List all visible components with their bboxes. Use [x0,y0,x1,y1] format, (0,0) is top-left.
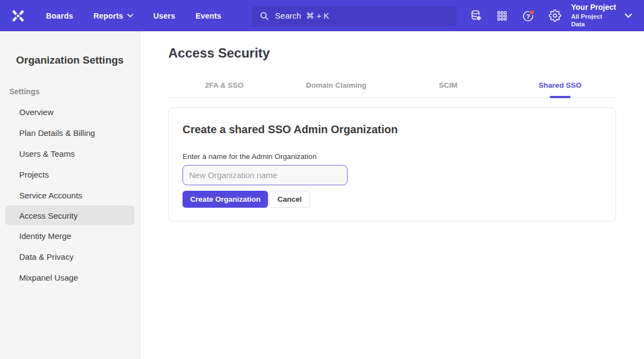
chevron-down-icon [127,14,133,18]
card-actions: Create Organization Cancel [183,191,602,208]
create-organization-button[interactable]: Create Organization [183,191,268,208]
sidebar-item-users-teams[interactable]: Users & Teams [0,143,140,164]
project-scope: All Project Data [571,13,617,29]
tab-domain-claiming[interactable]: Domain Claiming [280,81,392,97]
top-navigation: Boards Reports Users Events Search ⌘ + K [0,0,644,31]
sidebar-item-data-privacy[interactable]: Data & Privacy [0,246,140,267]
project-chevron-down-icon[interactable] [625,13,632,18]
search-placeholder: Search [275,11,301,21]
settings-gear-icon[interactable] [548,9,561,22]
card-title: Create a shared SSO Admin Organization [183,123,602,136]
sidebar-section-label: Settings [9,87,140,96]
tab-bar: 2FA & SSO Domain Claiming SCIM Shared SS… [168,81,616,98]
cancel-button[interactable]: Cancel [269,191,310,208]
mixpanel-logo-icon[interactable] [10,8,26,24]
data-management-icon[interactable] [470,9,483,22]
nav-item-boards[interactable]: Boards [46,12,73,20]
apps-grid-icon[interactable] [496,9,509,22]
sidebar-item-identity-merge[interactable]: Identity Merge [0,225,140,246]
sidebar-item-overview[interactable]: Overview [0,101,140,122]
project-name: Your Project [571,3,617,13]
sidebar-item-plan-details-billing[interactable]: Plan Details & Billing [0,122,140,143]
sidebar-title: Organization Settings [0,54,140,66]
search-icon [259,11,269,21]
sidebar-item-mixpanel-usage[interactable]: Mixpanel Usage [0,267,140,288]
page-title: Access Security [168,45,616,61]
help-icon[interactable]: ? [522,9,535,22]
sidebar-item-access-security[interactable]: Access Security [5,206,134,225]
tab-shared-sso[interactable]: Shared SSO [504,81,616,97]
main-content: Access Security 2FA & SSO Domain Claimin… [140,31,644,359]
svg-text:?: ? [526,13,530,19]
sidebar-item-projects[interactable]: Projects [0,164,140,185]
tab-2fa-sso[interactable]: 2FA & SSO [168,81,280,97]
project-selector[interactable]: Your Project All Project Data [571,3,617,28]
create-sso-admin-org-card: Create a shared SSO Admin Organization E… [168,107,616,221]
org-name-label: Enter a name for the Admin Organization [183,152,602,161]
nav-item-events[interactable]: Events [196,12,221,20]
tab-scim[interactable]: SCIM [392,81,504,97]
nav-item-users[interactable]: Users [153,12,175,20]
primary-nav: Boards Reports Users Events [46,12,221,20]
search-shortcut: ⌘ + K [306,11,329,21]
search-input[interactable]: Search ⌘ + K [252,6,457,26]
nav-right-controls: ? Your Project All Project Data [457,3,644,28]
org-name-input[interactable] [183,165,347,185]
sidebar-item-service-accounts[interactable]: Service Accounts [0,185,140,206]
nav-item-reports[interactable]: Reports [93,12,133,20]
sidebar: Organization Settings Settings Overview … [0,31,140,359]
